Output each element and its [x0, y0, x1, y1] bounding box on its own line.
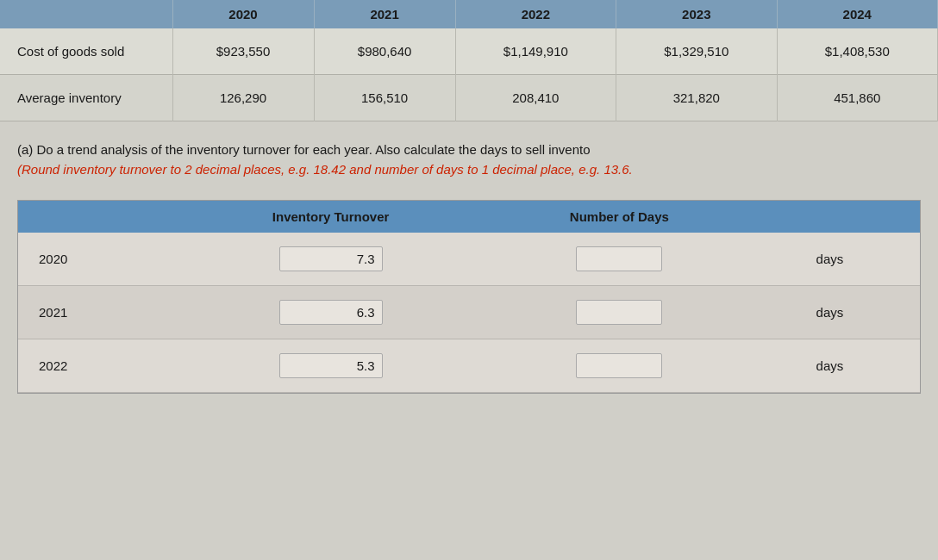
- days-label-2022: days: [740, 339, 920, 393]
- header-label-col: [0, 0, 172, 28]
- table-row: 2021 days: [18, 286, 920, 339]
- cogs-2020: $923,550: [172, 28, 314, 75]
- year-2022: 2022: [18, 339, 162, 393]
- days-label-2021: days: [740, 286, 920, 339]
- avg-inv-2021: 156,510: [314, 75, 455, 121]
- avg-inv-2020: 126,290: [172, 75, 314, 121]
- answer-header-year: [18, 201, 162, 233]
- turnover-input-2021[interactable]: [279, 300, 383, 325]
- instruction-line2: (Round inventory turnover to 2 decimal p…: [17, 160, 921, 180]
- table-header-row: 2020 2021 2022 2023 2024: [0, 0, 938, 28]
- answer-header-turnover: Inventory Turnover: [162, 201, 499, 233]
- avg-inv-2024: 451,860: [777, 75, 937, 121]
- days-label-2020: days: [740, 233, 920, 286]
- data-table: 2020 2021 2022 2023 2024 Cost of goods s…: [0, 0, 938, 121]
- days-input-cell-2022: [499, 339, 740, 393]
- header-2020: 2020: [172, 0, 314, 28]
- answer-table: Inventory Turnover Number of Days 2020: [18, 201, 920, 393]
- avg-inv-2023: 321,820: [616, 75, 777, 121]
- days-input-2022[interactable]: [576, 353, 662, 378]
- cogs-2023: $1,329,510: [616, 28, 777, 75]
- table-row: Average inventory 126,290 156,510 208,41…: [0, 75, 938, 121]
- answer-table-container: Inventory Turnover Number of Days 2020: [17, 200, 921, 394]
- days-input-cell-2021: [499, 286, 740, 339]
- year-2021: 2021: [18, 286, 162, 339]
- table-row: Cost of goods sold $923,550 $980,640 $1,…: [0, 28, 938, 75]
- cogs-2021: $980,640: [314, 28, 455, 75]
- days-input-2021[interactable]: [576, 300, 662, 325]
- header-2021: 2021: [314, 0, 455, 28]
- instruction-line1: (a) Do a trend analysis of the inventory…: [17, 140, 921, 160]
- answer-header-days: Number of Days: [499, 201, 740, 233]
- header-2024: 2024: [777, 0, 937, 28]
- turnover-input-2022[interactable]: [279, 353, 383, 378]
- answer-header-row: Inventory Turnover Number of Days: [18, 201, 920, 233]
- year-2020: 2020: [18, 233, 162, 286]
- avg-inv-2022: 208,410: [455, 75, 616, 121]
- table-row: 2020 days: [18, 233, 920, 286]
- turnover-input-2020[interactable]: [279, 246, 383, 271]
- days-input-2020[interactable]: [576, 246, 662, 271]
- turnover-input-cell-2020: [162, 233, 499, 286]
- answer-header-empty: [740, 201, 920, 233]
- turnover-input-cell-2022: [162, 339, 499, 393]
- turnover-input-cell-2021: [162, 286, 499, 339]
- instructions-block: (a) Do a trend analysis of the inventory…: [0, 121, 938, 188]
- table-row: 2022 days: [18, 339, 920, 393]
- cogs-2024: $1,408,530: [777, 28, 937, 75]
- header-2022: 2022: [455, 0, 616, 28]
- page: 2020 2021 2022 2023 2024 Cost of goods s…: [0, 0, 938, 560]
- cogs-2022: $1,149,910: [455, 28, 616, 75]
- header-2023: 2023: [616, 0, 777, 28]
- days-input-cell-2020: [499, 233, 740, 286]
- avg-inv-label: Average inventory: [0, 75, 172, 121]
- cogs-label: Cost of goods sold: [0, 28, 172, 75]
